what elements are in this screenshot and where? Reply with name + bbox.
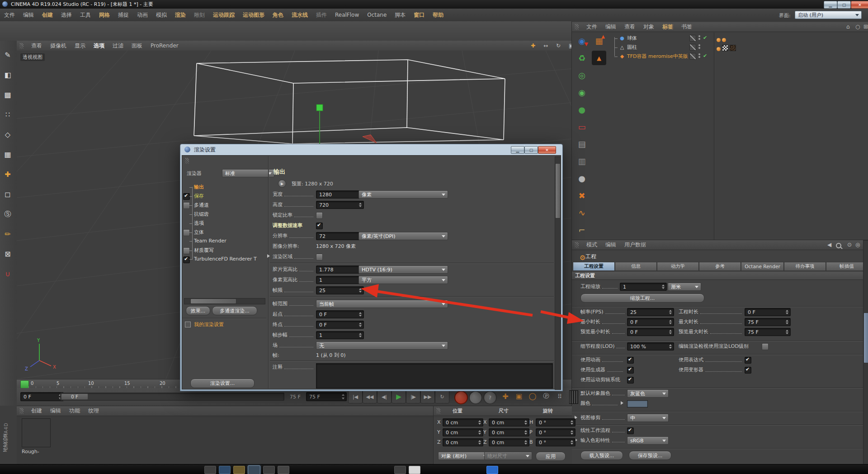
menu-window[interactable]: 窗口: [410, 9, 429, 21]
atom-array-icon[interactable]: ◎: [575, 68, 589, 82]
project-duration-field[interactable]: 0 F: [745, 308, 791, 316]
model-mode-icon[interactable]: ◧: [0, 67, 15, 82]
am-search-icon[interactable]: [836, 243, 841, 248]
enabled-check-icon[interactable]: ✔: [703, 53, 707, 59]
save-preset-button[interactable]: 保存预设...: [629, 451, 671, 460]
viewport-menu-options[interactable]: 选项: [90, 41, 108, 51]
parameter-record-icon[interactable]: Ⓟ: [539, 390, 553, 403]
project-scale-unit-select[interactable]: 厘米: [668, 283, 701, 291]
size-y-field[interactable]: 0 cm: [489, 428, 529, 436]
menu-script[interactable]: 脚本: [391, 9, 410, 21]
tree-item-turbulencefd[interactable]: TurbulenceFD Renderer T: [189, 256, 257, 262]
render-region-icon[interactable]: ▭: [575, 119, 589, 134]
editor-render-dots[interactable]: [698, 53, 700, 59]
use-deformers-checkbox[interactable]: [745, 367, 751, 374]
size-mode-select[interactable]: 绝对尺寸: [484, 452, 532, 460]
minimize-button[interactable]: ▁: [824, 1, 837, 9]
pos-z-field[interactable]: 0 cm: [443, 438, 483, 446]
viewclip-select[interactable]: 中: [627, 414, 669, 422]
menu-realflow[interactable]: RealFlow: [331, 9, 363, 21]
viewport-menu-panel[interactable]: 面板: [127, 41, 146, 51]
linear-workflow-checkbox[interactable]: [627, 427, 634, 434]
rot-h-field[interactable]: 0 °: [536, 418, 576, 427]
panel-grip[interactable]: [575, 24, 579, 30]
frame-slider-handle[interactable]: 0 F: [61, 393, 88, 400]
frame-step-field[interactable]: 1: [316, 331, 364, 339]
preset-expand-icon[interactable]: ▶: [278, 180, 286, 188]
convert-editable-icon[interactable]: ✎: [0, 47, 15, 62]
spring-icon[interactable]: ∿: [575, 205, 589, 220]
am-back-icon[interactable]: ◀: [823, 240, 835, 250]
taskbar-icon[interactable]: [394, 466, 406, 474]
cache-clip-icon[interactable]: ▲: [592, 51, 606, 65]
viewport-zoom-icon[interactable]: ↔: [539, 41, 552, 51]
start-frame-field[interactable]: 0 F: [316, 310, 364, 318]
tree-item-output[interactable]: 输出: [189, 184, 204, 190]
menu-render[interactable]: 渲染: [171, 9, 190, 21]
om-menu-file[interactable]: 文件: [582, 22, 601, 32]
tab-octane-render[interactable]: Octane Render: [741, 262, 784, 271]
green-ball-icon[interactable]: ●: [575, 102, 589, 117]
max-frame-field[interactable]: 75 F: [306, 392, 347, 401]
visibility-toggle[interactable]: [689, 53, 696, 60]
prev-frame-icon[interactable]: ◀|: [377, 390, 392, 403]
tree-item-save[interactable]: 保存: [189, 193, 204, 199]
tree-item-multipass[interactable]: 多通道: [189, 202, 209, 209]
om-add-icon[interactable]: ⊞: [859, 22, 868, 32]
attribute-scrollbar-thumb[interactable]: [863, 313, 868, 363]
interface-select[interactable]: 启动 (用户): [795, 11, 862, 19]
loop-icon[interactable]: ↻: [435, 390, 449, 403]
menu-snap[interactable]: 捕捉: [114, 9, 133, 21]
taskbar-icon[interactable]: [204, 466, 216, 474]
save-checkbox[interactable]: [183, 193, 190, 200]
effects-button[interactable]: 效果...: [186, 306, 210, 315]
mat-menu-create[interactable]: 创建: [27, 406, 46, 416]
scale-project-button[interactable]: 缩放工程...: [580, 294, 704, 303]
panel-grip[interactable]: [436, 408, 440, 414]
edges-mode-icon[interactable]: ◇: [0, 127, 15, 142]
menu-plugins[interactable]: 插件: [312, 9, 331, 21]
panel-grip[interactable]: [19, 43, 24, 49]
multipass-checkbox[interactable]: [183, 202, 190, 209]
mat-menu-function[interactable]: 功能: [65, 406, 84, 416]
size-z-field[interactable]: 0 cm: [489, 438, 529, 446]
goto-start-icon[interactable]: |◀: [348, 390, 363, 403]
material-thumbnail[interactable]: [22, 418, 51, 447]
tab-dynamics[interactable]: 动力学: [657, 262, 699, 271]
om-menu-object[interactable]: 对象: [639, 22, 658, 32]
pixel-aspect-field[interactable]: 1: [316, 276, 364, 284]
use-generators-checkbox[interactable]: [627, 367, 634, 374]
scale-record-icon[interactable]: ▣: [512, 390, 526, 403]
play-icon[interactable]: ▶: [392, 390, 406, 403]
viewport-solo-icon[interactable]: ◻: [0, 186, 15, 202]
film-aspect-field[interactable]: 1.778: [316, 265, 364, 274]
editor-render-dots[interactable]: [698, 44, 700, 50]
menu-tools[interactable]: 工具: [76, 9, 95, 21]
taskbar-icon[interactable]: [278, 466, 289, 474]
tree-item-options[interactable]: 选项: [189, 220, 204, 227]
points-mode-icon[interactable]: ∷: [0, 107, 15, 122]
menu-mesh[interactable]: 网格: [95, 9, 114, 21]
use-animation-checkbox[interactable]: [627, 357, 634, 364]
stereo-checkbox[interactable]: [183, 229, 190, 236]
render-region-checkbox[interactable]: [316, 254, 323, 261]
coord-mode-select[interactable]: 对象 (相对): [438, 452, 490, 460]
taskbar-icon[interactable]: [263, 466, 275, 474]
object-row-tfd-container[interactable]: ◆TFD容器 meromise中英版 ✔: [612, 52, 868, 61]
project-scale-field[interactable]: 1: [620, 283, 667, 291]
dialog-minimize-button[interactable]: ▁: [511, 146, 524, 154]
render-settings-dialog[interactable]: 渲染设置 ▁ ▢ ✕ 渲染器 标准 输出 保存 多通道 抗锯齿 选项 立体 Te…: [180, 144, 563, 391]
polygons-mode-icon[interactable]: ▦: [0, 147, 15, 162]
viewport-orbit-icon[interactable]: ↻: [552, 41, 565, 51]
panel-grip[interactable]: [19, 408, 24, 414]
viewport-menu-camera[interactable]: 摄像机: [46, 41, 71, 51]
pixel-aspect-select[interactable]: 平方: [359, 276, 448, 284]
tab-todo[interactable]: 待办事项: [784, 262, 826, 271]
object-row-cylinder[interactable]: △圆柱: [612, 43, 868, 52]
frame-range-select[interactable]: 当前帧: [316, 300, 448, 308]
timeline-layout-icon[interactable]: [569, 390, 578, 404]
tab-reference[interactable]: 参考: [699, 262, 741, 271]
tab-project-settings[interactable]: 工程设置: [573, 262, 615, 271]
viewport-menu-view[interactable]: 查看: [27, 41, 46, 51]
menu-file[interactable]: 文件: [0, 9, 19, 21]
